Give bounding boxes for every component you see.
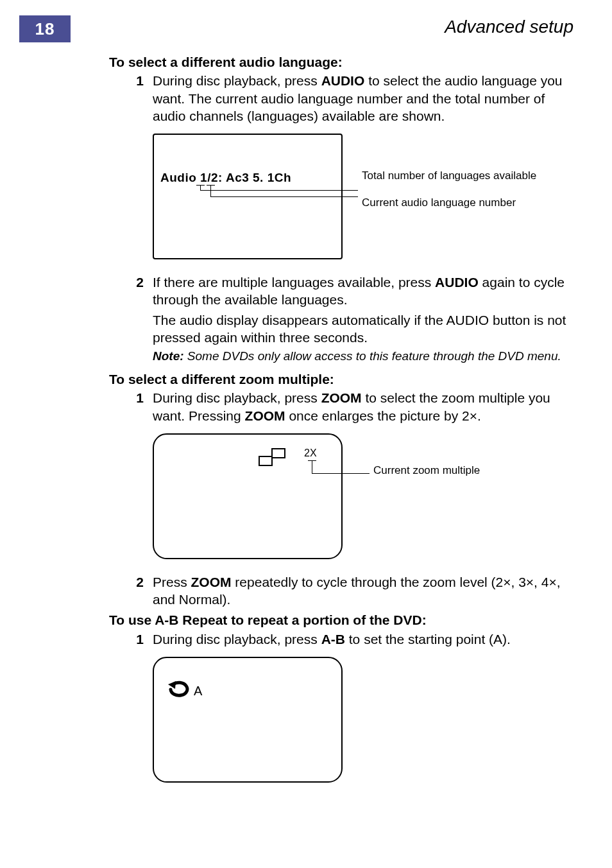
button-name-audio: AUDIO bbox=[321, 73, 365, 88]
step-number: 1 bbox=[122, 630, 153, 648]
callout-leader bbox=[200, 185, 201, 190]
callout-leader bbox=[312, 460, 312, 473]
figure-ab-osd: A bbox=[153, 657, 574, 785]
text-fragment: once enlarges the picture by 2×. bbox=[285, 408, 481, 423]
text-fragment: If there are multiple languages availabl… bbox=[153, 275, 435, 290]
figure-zoom-osd: 2X Current zoom multiple bbox=[153, 433, 574, 562]
button-name-zoom: ZOOM bbox=[245, 408, 285, 423]
step-text: During disc playback, press A-B to set t… bbox=[153, 630, 574, 648]
button-name-ab: A-B bbox=[321, 632, 345, 647]
callout-zoom-multiple: Current zoom multiple bbox=[373, 464, 480, 477]
button-name-zoom: ZOOM bbox=[321, 390, 362, 405]
text-fragment: to set the starting point (A). bbox=[345, 632, 511, 647]
osd-audio-text: Audio 1/2: Ac3 5. 1Ch bbox=[160, 171, 291, 185]
step-zoom-2: 2 Press ZOOM repeatedly to cycle through… bbox=[122, 573, 574, 609]
callout-total-languages: Total number of languages available bbox=[362, 169, 536, 182]
page-number: 18 bbox=[19, 15, 71, 42]
callout-current-language: Current audio language number bbox=[362, 196, 516, 209]
step-number: 2 bbox=[122, 573, 153, 609]
text-fragment: The audio display disappears automatical… bbox=[153, 313, 446, 327]
note-text: Some DVDs only allow access to this feat… bbox=[184, 349, 561, 363]
note-label: Note: bbox=[153, 349, 184, 363]
heading-ab-repeat: To use A-B Repeat to repeat a portion of… bbox=[109, 612, 574, 629]
button-name-audio: AUDIO bbox=[446, 313, 489, 327]
ab-point-label: A bbox=[194, 684, 202, 699]
repeat-icon bbox=[167, 680, 191, 702]
step-audio-2: 2 If there are multiple languages availa… bbox=[122, 273, 574, 309]
step-text: Press ZOOM repeatedly to cycle through t… bbox=[153, 573, 574, 609]
heading-zoom-multiple: To select a different zoom multiple: bbox=[109, 371, 574, 388]
section-title: Advanced setup bbox=[445, 17, 574, 37]
text-fragment: During disc playback, press bbox=[153, 73, 321, 88]
step-ab-1: 1 During disc playback, press A-B to set… bbox=[122, 630, 574, 648]
callout-leader bbox=[312, 473, 370, 474]
svg-marker-3 bbox=[168, 681, 176, 689]
step-number: 1 bbox=[122, 389, 153, 424]
page-header: 18 Advanced setup bbox=[58, 19, 574, 42]
step-number: 1 bbox=[122, 72, 153, 125]
step-audio-1: 1 During disc playback, press AUDIO to s… bbox=[122, 72, 574, 125]
zoom-icon bbox=[255, 447, 287, 472]
callout-leader bbox=[210, 185, 211, 196]
step-text: During disc playback, press ZOOM to sele… bbox=[153, 389, 574, 424]
zoom-level-label: 2X bbox=[304, 447, 317, 459]
heading-audio-language: To select a different audio language: bbox=[109, 54, 574, 71]
figure-audio-osd: Audio 1/2: Ac3 5. 1Ch Total number of la… bbox=[153, 134, 574, 262]
callout-leader bbox=[210, 196, 358, 197]
step-zoom-1: 1 During disc playback, press ZOOM to se… bbox=[122, 389, 574, 424]
svg-rect-0 bbox=[272, 449, 285, 458]
text-fragment: During disc playback, press bbox=[153, 632, 321, 647]
step-text: During disc playback, press AUDIO to sel… bbox=[153, 72, 574, 125]
step-number: 2 bbox=[122, 273, 153, 309]
button-name-zoom: ZOOM bbox=[191, 575, 232, 589]
osd-box bbox=[153, 657, 343, 783]
step-text: If there are multiple languages availabl… bbox=[153, 273, 574, 309]
svg-rect-1 bbox=[259, 456, 272, 465]
step-audio-2-paragraph: The audio display disappears automatical… bbox=[153, 311, 574, 347]
callout-leader bbox=[200, 190, 358, 191]
button-name-audio: AUDIO bbox=[435, 275, 479, 290]
text-fragment: During disc playback, press bbox=[153, 390, 321, 405]
text-fragment: Press bbox=[153, 575, 191, 589]
note-audio: Note: Some DVDs only allow access to thi… bbox=[153, 349, 574, 365]
